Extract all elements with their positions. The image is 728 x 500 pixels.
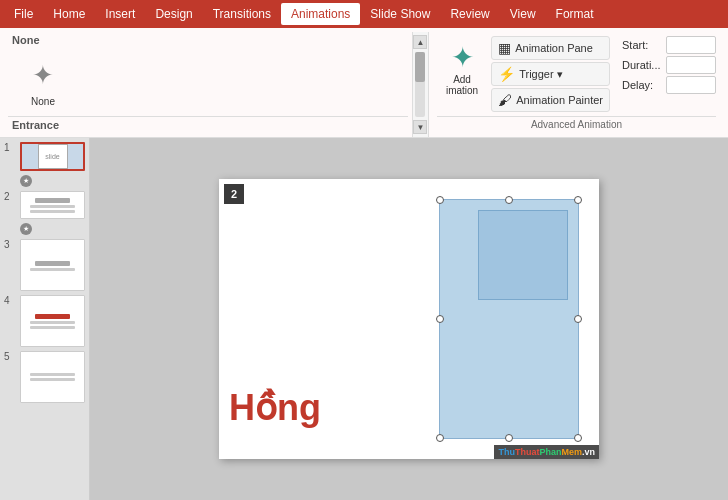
handle-mid-bot[interactable] (505, 434, 513, 442)
handle-top-left[interactable] (436, 196, 444, 204)
scroll-thumb[interactable] (415, 52, 425, 82)
gallery-scrollbar[interactable]: ▲ ▼ (412, 32, 428, 137)
slide-preview-4 (20, 295, 85, 347)
slide-thumb-5[interactable]: 5 (4, 351, 85, 403)
menu-home[interactable]: Home (43, 3, 95, 25)
handle-bot-left[interactable] (436, 434, 444, 442)
handle-mid-left[interactable] (436, 315, 444, 323)
scroll-up-btn[interactable]: ▲ (413, 35, 427, 49)
delay-row: Delay: (622, 76, 716, 94)
menubar: File Home Insert Design Transitions Anim… (0, 0, 728, 28)
section-none-label: None (8, 32, 408, 48)
anim-none[interactable]: ✦ None (8, 50, 78, 112)
scroll-track (415, 52, 425, 117)
menu-insert[interactable]: Insert (95, 3, 145, 25)
slide-thumb-1[interactable]: 1 slide ★ (4, 142, 85, 187)
none-row: ✦ None (8, 48, 408, 114)
canvas-shape-inner (478, 210, 568, 300)
add-animation-icon: ✦ (451, 41, 474, 74)
slide-thumb-3[interactable]: 3 (4, 239, 85, 291)
animation-pane-icon: ▦ (498, 40, 511, 56)
slide-preview-2 (20, 191, 85, 219)
advanced-animation-label: Advanced Animation (437, 116, 716, 130)
duration-input[interactable] (666, 56, 716, 74)
menu-animations[interactable]: Animations (281, 3, 360, 25)
menu-view[interactable]: View (500, 3, 546, 25)
animation-painter-button[interactable]: 🖌 Animation Painter (491, 88, 610, 112)
animation-pane-button[interactable]: ▦ Animation Pane (491, 36, 610, 60)
canvas-area: 2 Hồng ThuThuatPhanMem.vn (90, 138, 728, 500)
entrance-row-1: ✦ Appear ✦ Fade ✦ Fly In ✦ Float In ✦ Sp… (8, 133, 408, 137)
canvas-shape[interactable] (439, 199, 579, 439)
handle-top-right[interactable] (574, 196, 582, 204)
duration-row: Durati... (622, 56, 716, 74)
badge-mem: Mem (561, 447, 582, 457)
ribbon-right-top: ✦ Addimation ▦ Animation Pane ⚡ Trigger … (437, 36, 716, 112)
trigger-label: Trigger ▾ (519, 68, 563, 81)
trigger-icon: ⚡ (498, 66, 515, 82)
animation-pane-label: Animation Pane (515, 42, 593, 54)
menu-slideshow[interactable]: Slide Show (360, 3, 440, 25)
section-entrance-label: Entrance (8, 116, 408, 133)
slide-2-anim-badge: ★ (20, 223, 85, 235)
canvas-text-hong: Hồng (229, 387, 321, 429)
menu-file[interactable]: File (4, 3, 43, 25)
canvas-slide-number: 2 (224, 184, 244, 204)
badge-vn: .vn (582, 447, 595, 457)
scroll-down-btn[interactable]: ▼ (413, 120, 427, 134)
handle-mid-right[interactable] (574, 315, 582, 323)
add-animation-button[interactable]: ✦ Addimation (437, 36, 487, 101)
menu-review[interactable]: Review (440, 3, 499, 25)
delay-input[interactable] (666, 76, 716, 94)
anim-appear[interactable]: ✦ Appear (8, 135, 78, 137)
slide-thumb-4[interactable]: 4 (4, 295, 85, 347)
slide-num-5: 5 (4, 351, 16, 362)
slide-2-badge-star: ★ (20, 223, 32, 235)
slide-num-2: 2 (4, 191, 16, 202)
slide-1-badge-star: ★ (20, 175, 32, 187)
slide-num-4: 4 (4, 295, 16, 306)
timing-section: Start: Durati... Delay: (622, 36, 716, 94)
animation-painter-label: Animation Painter (516, 94, 603, 106)
animation-painter-icon: 🖌 (498, 92, 512, 108)
anim-float-in[interactable]: ✦ Float In (218, 135, 288, 137)
slide-preview-5 (20, 351, 85, 403)
slide-num-3: 3 (4, 239, 16, 250)
animation-gallery: None ✦ None Entrance ✦ Appear ✦ Fade ✦ F… (4, 32, 412, 137)
start-label: Start: (622, 39, 662, 51)
ribbon-right-panel: ✦ Addimation ▦ Animation Pane ⚡ Trigger … (428, 32, 724, 137)
anim-fly-in[interactable]: ✦ Fly In (148, 135, 218, 137)
slide-preview-1: slide (20, 142, 85, 171)
menu-design[interactable]: Design (145, 3, 202, 25)
slide-thumb-2[interactable]: 2 ★ (4, 191, 85, 235)
anim-split[interactable]: ✦ Split (288, 135, 358, 137)
badge-phan: Phan (539, 447, 561, 457)
slide-panel: 1 slide ★ 2 (0, 138, 90, 500)
badge-thu: Thu (498, 447, 515, 457)
badge-thuat: Thuat (515, 447, 540, 457)
main-content: 1 slide ★ 2 (0, 138, 728, 500)
ribbon: None ✦ None Entrance ✦ Appear ✦ Fade ✦ F… (0, 28, 728, 138)
duration-label: Durati... (622, 59, 662, 71)
slide-num-1: 1 (4, 142, 16, 153)
add-animation-label: Addimation (446, 74, 478, 96)
start-row: Start: (622, 36, 716, 54)
menu-format[interactable]: Format (546, 3, 604, 25)
handle-mid-top[interactable] (505, 196, 513, 204)
none-icon: ✦ (23, 55, 63, 95)
trigger-button[interactable]: ⚡ Trigger ▾ (491, 62, 610, 86)
start-input[interactable] (666, 36, 716, 54)
canvas-watermark: ThuThuatPhanMem.vn (494, 445, 599, 459)
anim-fade[interactable]: ✦ Fade (78, 135, 148, 137)
handle-bot-right[interactable] (574, 434, 582, 442)
slide-1-anim-badge: ★ (20, 175, 85, 187)
right-buttons-group: ▦ Animation Pane ⚡ Trigger ▾ 🖌 Animation… (491, 36, 610, 112)
menu-transitions[interactable]: Transitions (203, 3, 281, 25)
slide-preview-3 (20, 239, 85, 291)
none-label: None (31, 96, 55, 107)
delay-label: Delay: (622, 79, 662, 91)
slide-canvas: 2 Hồng ThuThuatPhanMem.vn (219, 179, 599, 459)
